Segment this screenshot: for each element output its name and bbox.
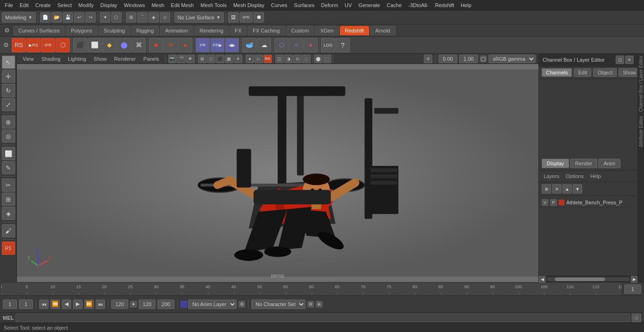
attr-editor-side-label[interactable]: Attribute Editor	[638, 114, 644, 149]
menu-help[interactable]: Help	[458, 1, 474, 9]
shelf-btn-geo4[interactable]: ⬤	[117, 38, 131, 52]
save-scene-btn[interactable]: 💾	[63, 12, 73, 23]
scroll-left[interactable]: ◀	[539, 276, 545, 283]
cb-tab-object[interactable]: Object	[593, 68, 617, 77]
pb-range-start[interactable]	[19, 300, 33, 309]
layer-tab-display[interactable]: Display	[542, 159, 569, 168]
snap-point-btn[interactable]: ◈	[149, 12, 159, 23]
scroll-track[interactable]	[546, 277, 630, 281]
tab-polygons[interactable]: Polygons	[66, 26, 97, 35]
select-arrow-btn[interactable]: ↖	[2, 56, 15, 69]
shelf-settings-btn[interactable]: ⚙	[1, 40, 11, 50]
undo-btn[interactable]: ↩	[74, 12, 84, 23]
shelf-btn-rs1[interactable]: RS	[12, 38, 26, 52]
menu-uv[interactable]: UV	[342, 1, 355, 9]
pb-play-back[interactable]: ◀	[62, 300, 71, 309]
tab-rendering[interactable]: Rendering	[194, 26, 229, 35]
layer-menu-options[interactable]: Options	[564, 172, 586, 180]
vp-gamma-icon[interactable]: ◯	[480, 56, 487, 62]
channel-box-side-label[interactable]: Channel Box / Layer Editor	[638, 54, 644, 114]
shelf-btn-red3[interactable]: ●	[178, 38, 192, 52]
select-tool-btn[interactable]: ✦	[100, 12, 110, 23]
vp-shader-ball-icon[interactable]: ●	[246, 55, 254, 63]
vp-grid-icon[interactable]: ⊞	[198, 55, 206, 63]
shelf-btn-help[interactable]: ?	[336, 38, 350, 52]
vp-gamma-select[interactable]: sRGB gamma	[488, 55, 536, 63]
pb-go-end[interactable]: ⏭	[96, 300, 105, 309]
menu-mesh-tools[interactable]: Mesh Tools	[198, 1, 229, 9]
vp-eye-icon[interactable]: 👁	[186, 55, 195, 63]
tab-curves-surfaces[interactable]: Curves / Surfaces	[13, 26, 65, 35]
timeline-track[interactable]: 0510152025303540455055606570758085909510…	[1, 283, 622, 295]
tab-redshift[interactable]: Redshift	[340, 26, 369, 35]
tab-sculpting[interactable]: Sculpting	[99, 26, 130, 35]
layer-tab-render[interactable]: Render	[570, 159, 597, 168]
anim-layer-dropdown[interactable]: No Anim Layer	[188, 300, 237, 309]
vp-hud-icon[interactable]: ⬚	[323, 55, 331, 63]
layer-row[interactable]: V P Athlete_Bench_Press_P	[540, 197, 636, 208]
lasso-select-btn[interactable]: ⬡	[111, 12, 122, 23]
new-scene-btn[interactable]: 📄	[40, 12, 50, 23]
menu-mesh[interactable]: Mesh	[149, 1, 167, 9]
vp-render-icon[interactable]: ▷	[255, 55, 263, 63]
menu-file[interactable]: File	[2, 1, 16, 9]
vp-wire-icon[interactable]: ⬡	[207, 55, 215, 63]
menu-select[interactable]: Select	[55, 1, 75, 9]
pb-max-frame[interactable]	[157, 300, 174, 309]
vp-aa-icon[interactable]: ◌	[302, 55, 311, 63]
shelf-btn-pr2[interactable]: PR▶	[210, 38, 224, 52]
layer-menu-help[interactable]: Help	[588, 172, 603, 180]
shelf-btn-misc2[interactable]: ☁	[257, 38, 271, 52]
mel-input[interactable]	[16, 314, 630, 322]
workspace-dropdown[interactable]: Modeling ▼	[2, 12, 36, 23]
shelf-gear-btn[interactable]: ⚙	[2, 25, 12, 36]
menu-create[interactable]: Create	[33, 1, 54, 9]
paint-btn[interactable]: 🖌	[2, 224, 15, 237]
vp-rotate-icon[interactable]: ↺	[424, 55, 432, 63]
vp-menu-show[interactable]: Show	[91, 55, 110, 63]
cb-tab-edit[interactable]: Edit	[574, 68, 591, 77]
scale-btn[interactable]: ⤢	[2, 98, 15, 111]
vp-ao-icon[interactable]: ◑	[284, 55, 293, 63]
menu-edit-mesh[interactable]: Edit Mesh	[168, 1, 197, 9]
timeline-current-frame[interactable]	[624, 284, 641, 294]
shelf-btn-pr3[interactable]: ◀▶	[225, 38, 239, 52]
shelf-btn-mat3[interactable]: ●	[304, 38, 318, 52]
vp-menu-renderer[interactable]: Renderer	[111, 55, 139, 63]
panel-close-btn[interactable]: ✕	[625, 56, 634, 64]
vp-shadow-icon[interactable]: ◫	[275, 55, 284, 63]
menu-generate[interactable]: Generate	[355, 1, 383, 9]
layer-menu-layers[interactable]: Layers	[542, 172, 561, 180]
shelf-btn-red2[interactable]: ≋	[164, 38, 178, 52]
vp-light-icon[interactable]: ☀	[234, 55, 242, 63]
move-btn[interactable]: ✛	[2, 70, 15, 83]
shelf-btn-rs2[interactable]: ▶RS	[26, 38, 41, 52]
shelf-btn-red1[interactable]: ■	[149, 38, 163, 52]
shelf-btn-rs3[interactable]: IPR	[41, 38, 55, 52]
snap-btn[interactable]: ⊕	[2, 115, 15, 129]
pb-step-fwd[interactable]: ⏩	[84, 300, 94, 309]
pb-play-fwd[interactable]: ▶	[73, 300, 83, 309]
cb-tab-show[interactable]: Show	[619, 68, 640, 77]
cb-tab-channels[interactable]: Channels	[542, 68, 572, 77]
grid-btn[interactable]: RS	[2, 242, 15, 255]
menu-display[interactable]: Display	[98, 1, 120, 9]
pb-range-end[interactable]	[111, 300, 128, 309]
menu-edit[interactable]: Edit	[17, 1, 32, 9]
pb-go-start[interactable]: ⏮	[39, 300, 49, 309]
vp-menu-view[interactable]: View	[20, 55, 37, 63]
shelf-btn-misc1[interactable]: 🥣	[242, 38, 256, 52]
menu-redshift[interactable]: Redshift	[432, 1, 457, 9]
pb-start-frame[interactable]	[3, 300, 17, 309]
tab-animation[interactable]: Animation	[160, 26, 193, 35]
vp-menu-panels[interactable]: Panels	[140, 55, 162, 63]
shelf-btn-geo5[interactable]: ⌘	[132, 38, 146, 52]
pb-end-frame[interactable]	[139, 300, 156, 309]
anim-layer-settings-btn[interactable]: ⚙	[239, 301, 245, 308]
scroll-right[interactable]: ▶	[631, 276, 637, 283]
shelf-btn-log1[interactable]: LOG	[321, 38, 335, 52]
shelf-btn-geo3[interactable]: ◆	[102, 38, 116, 52]
bevel-btn[interactable]: ◈	[2, 207, 15, 220]
layer-move-down-btn[interactable]: ▼	[573, 184, 582, 194]
menu-modify[interactable]: Modify	[75, 1, 96, 9]
